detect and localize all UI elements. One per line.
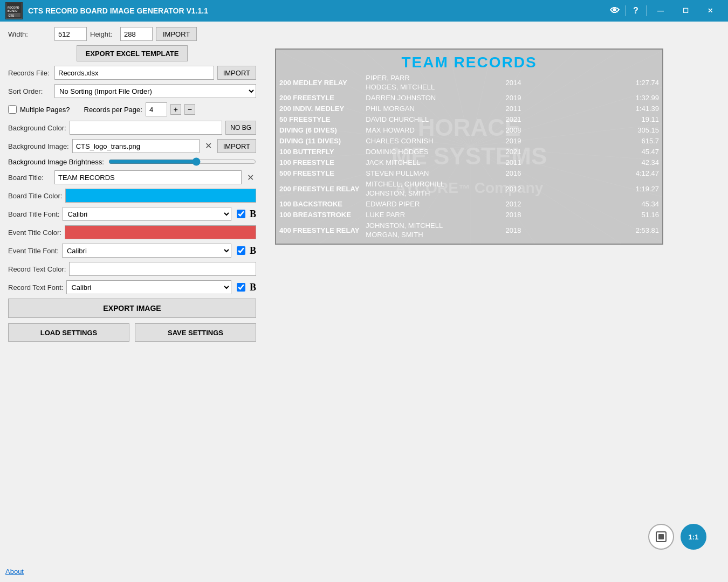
record-holder-1: JACK MITCHELL: [362, 158, 492, 167]
height-input[interactable]: [120, 27, 153, 41]
board-title-input[interactable]: [54, 170, 242, 184]
close-button[interactable]: ✕: [698, 0, 723, 22]
multiple-pages-row: Multiple Pages? Records per Page: + −: [8, 102, 256, 116]
sort-order-label: Sort Order:: [8, 87, 51, 95]
width-label: Width:: [8, 30, 51, 38]
record-text-color-label: Record Text Color:: [8, 265, 66, 273]
left-panel: Width: Height: IMPORT EXPORT EXCEL TEMPL…: [0, 22, 264, 582]
records-per-page-decrement[interactable]: −: [184, 104, 195, 115]
record-text-color-swatch[interactable]: [69, 262, 256, 276]
board-bottom-padding: [276, 239, 662, 244]
event-title-color-label: Event Title Color:: [8, 228, 61, 237]
event-title-bold-indicator: B: [250, 245, 256, 257]
load-settings-button[interactable]: LOAD SETTINGS: [8, 323, 129, 342]
board-title-clear-button[interactable]: ✕: [245, 172, 256, 183]
record-holder-2: MORGAN, SMITH: [362, 230, 492, 239]
record-holder-1: DAVID CHURCHILL: [362, 115, 492, 124]
maximize-button[interactable]: ☐: [673, 0, 698, 22]
settings-buttons-row: LOAD SETTINGS SAVE SETTINGS: [8, 323, 256, 342]
brightness-row: Background Image Brightness:: [8, 157, 256, 166]
sort-order-select[interactable]: No Sorting (Import File Order): [54, 84, 256, 98]
width-input[interactable]: [54, 27, 87, 41]
table-row: 200 MEDLEY RELAYPIPER, PARR20141:27.74: [276, 73, 662, 82]
import-dims-button[interactable]: IMPORT: [156, 27, 197, 41]
minimize-button[interactable]: —: [648, 0, 673, 22]
app-logo: RECORD BOARD CTS: [5, 2, 23, 19]
records-per-page-group: Records per Page: + −: [84, 102, 195, 116]
fit-zoom-button[interactable]: [648, 524, 674, 550]
about-link[interactable]: About: [5, 567, 24, 576]
title-sep2: [646, 5, 647, 16]
record-holder-1: MAX HOWARD: [362, 126, 492, 135]
export-image-container: EXPORT IMAGE: [8, 299, 256, 318]
export-image-button[interactable]: EXPORT IMAGE: [8, 299, 256, 318]
board-title-bold-indicator: B: [250, 209, 256, 220]
record-year: 2012: [492, 199, 524, 209]
record-holder-1: MITCHELL, CHURCHILL: [362, 179, 492, 189]
save-settings-button[interactable]: SAVE SETTINGS: [135, 323, 256, 342]
table-row: DIVING (6 DIVES)MAX HOWARD2008305.15: [276, 126, 662, 135]
record-board-preview: HORACEME SYSTEMSAYCORE™ Company TEAM REC…: [275, 48, 663, 245]
brightness-label: Background Image Brightness:: [8, 158, 104, 166]
event-title-color-swatch[interactable]: [65, 225, 256, 239]
help-icon[interactable]: ?: [627, 2, 644, 19]
record-text-font-select[interactable]: Calibri: [66, 280, 231, 294]
board-title-bold-checkbox[interactable]: [237, 210, 245, 218]
table-row: 200 FREESTYLEDARREN JOHNSTON20191:32.99: [276, 93, 662, 102]
record-holder-1: STEVEN PULLMAN: [362, 169, 492, 178]
records-file-import-button[interactable]: IMPORT: [217, 66, 256, 80]
record-holder-1: PIPER, PARR: [362, 73, 492, 82]
record-time: 615.7: [524, 136, 662, 146]
record-event: 100 FREESTYLE: [276, 158, 362, 167]
record-holder-1: JOHNSTON, MITCHELL: [362, 221, 492, 230]
record-holder-1: PHIL MORGAN: [362, 104, 492, 113]
records-table: 200 MEDLEY RELAYPIPER, PARR20141:27.74HO…: [276, 73, 662, 239]
dimensions-row: Width: Height: IMPORT: [8, 27, 256, 41]
record-year: 2014: [492, 73, 524, 92]
record-time: 42.34: [524, 158, 662, 167]
multiple-pages-checkbox[interactable]: [8, 105, 17, 114]
export-excel-button[interactable]: EXPORT EXCEL TEMPLATE: [77, 45, 188, 61]
record-holder-1: LUKE PARR: [362, 210, 492, 219]
event-title-font-select[interactable]: Calibri: [62, 244, 231, 258]
event-title-font-label: Event Title Font:: [8, 247, 59, 255]
record-time: 4:12.47: [524, 169, 662, 178]
record-year: 2021: [492, 115, 524, 124]
record-time: 1:32.99: [524, 93, 662, 102]
records-per-page-input[interactable]: [146, 102, 167, 116]
record-year: 2018: [492, 210, 524, 219]
ratio-zoom-button[interactable]: 1:1: [681, 524, 706, 550]
record-time: 1:19.27: [524, 179, 662, 198]
table-row: 50 FREESTYLEDAVID CHURCHILL202119.11: [276, 115, 662, 124]
titlebar: RECORD BOARD CTS CTS RECORD BOARD IMAGE …: [0, 0, 728, 22]
background-image-row: Background Image: ✕ IMPORT: [8, 139, 256, 153]
table-row: 200 INDIV. MEDLEYPHIL MORGAN20111:41.39: [276, 104, 662, 113]
eye-icon[interactable]: 👁: [606, 2, 623, 19]
record-event: 100 BACKSTROKE: [276, 199, 362, 209]
records-file-label: Records File:: [8, 69, 51, 77]
board-title-color-swatch[interactable]: [65, 189, 256, 203]
main-container: Width: Height: IMPORT EXPORT EXCEL TEMPL…: [0, 22, 728, 582]
bg-color-swatch[interactable]: [70, 121, 223, 135]
app-title: CTS RECORD BOARD IMAGE GENERATOR V1.1.1: [28, 6, 606, 15]
record-event: 200 MEDLEY RELAY: [276, 73, 362, 92]
records-per-page-increment[interactable]: +: [170, 104, 181, 115]
board-title-font-select[interactable]: Calibri: [63, 207, 231, 221]
bg-image-label: Background Image:: [8, 142, 69, 150]
no-bg-button[interactable]: NO BG: [225, 121, 256, 135]
record-event: 400 FREESTYLE RELAY: [276, 221, 362, 239]
bg-image-import-button[interactable]: IMPORT: [217, 139, 256, 153]
bg-image-input[interactable]: [72, 139, 200, 153]
board-title-label: Board Title:: [8, 174, 51, 182]
table-row: 100 BUTTERFLYDOMINIC HODGES202145.47: [276, 147, 662, 156]
records-file-input[interactable]: [54, 66, 214, 80]
record-time: 1:27.74: [524, 73, 662, 92]
bg-image-clear-button[interactable]: ✕: [203, 142, 214, 150]
brightness-slider[interactable]: [108, 157, 256, 166]
table-row: DIVING (11 DIVES)CHARLES CORNISH2019615.…: [276, 136, 662, 146]
board-title-color-row: Board Title Color:: [8, 189, 256, 203]
table-row: 100 BACKSTROKEEDWARD PIPER201245.34: [276, 199, 662, 209]
record-text-bold-checkbox[interactable]: [237, 283, 245, 292]
event-title-bold-checkbox[interactable]: [237, 246, 245, 255]
event-title-color-row: Event Title Color:: [8, 225, 256, 239]
